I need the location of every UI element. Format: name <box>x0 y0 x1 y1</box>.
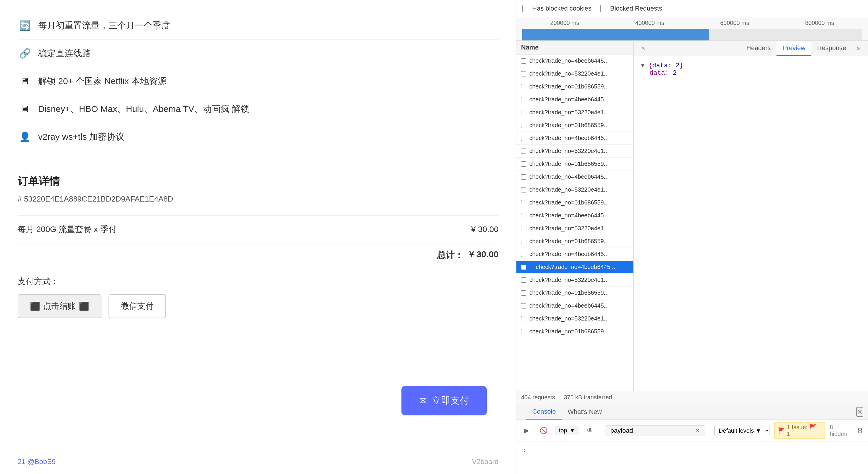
network-item-name: check?trade_no=4beeb6445... <box>529 135 609 141</box>
console-tabs: ⋮⋮ Console What's New ✕ <box>517 404 868 420</box>
network-item-name: check?trade_no=4beeb6445... <box>529 212 609 219</box>
network-item[interactable]: check?trade_no=01b686559... <box>517 80 633 93</box>
network-item-checkbox[interactable] <box>521 97 526 102</box>
run-button[interactable]: ▶ <box>521 425 532 436</box>
network-item-checkbox[interactable] <box>521 252 526 257</box>
console-input-area: ✕ <box>606 426 705 436</box>
context-selector[interactable]: top ▼ <box>555 426 579 435</box>
network-item[interactable]: check?trade_no=53220e4e1... <box>517 67 633 80</box>
console-prompt: › <box>517 441 868 459</box>
network-item-checkbox[interactable] <box>521 174 526 179</box>
payment-buttons: ⬛ 点击结账 ⬛ 微信支付 <box>18 294 498 318</box>
pay-icon: ✉ <box>419 395 427 406</box>
input-clear-button[interactable]: ✕ <box>695 427 700 435</box>
timeline-progress <box>522 29 709 40</box>
network-item[interactable]: check?trade_no=01b686559... <box>517 286 633 299</box>
log-level-select[interactable]: Default levels ▼ Verbose Info Warnings E… <box>714 425 770 436</box>
context-dropdown-icon: ▼ <box>569 427 575 434</box>
network-item-checkbox[interactable] <box>521 265 526 270</box>
network-item-name: check?trade_no=53220e4e1... <box>529 276 609 283</box>
network-item-checkbox[interactable] <box>521 329 526 334</box>
footer-left-text: 21 @BobS9 <box>18 458 56 466</box>
network-item-checkbox[interactable] <box>521 71 526 76</box>
tab-whats-new[interactable]: What's New <box>562 405 608 419</box>
console-close-button[interactable]: ✕ <box>856 407 863 416</box>
network-item-checkbox[interactable] <box>521 123 526 128</box>
network-item-name: check?trade_no=53220e4e1... <box>529 109 609 116</box>
tab-preview[interactable]: Preview <box>776 41 811 56</box>
network-item-checkbox[interactable] <box>521 161 526 167</box>
network-item-checkbox[interactable] <box>521 316 526 321</box>
network-item[interactable]: check?trade_no=4beeb6445... <box>517 55 633 67</box>
network-item-checkbox[interactable] <box>521 148 526 154</box>
blocked-cookies-label: Has blocked cookies <box>532 5 591 12</box>
tab-more[interactable]: » <box>852 41 865 56</box>
network-summary-bar: 404 requests 375 kB transferred <box>517 391 868 404</box>
feature-text-5: v2ray ws+tls 加密协议 <box>38 131 124 143</box>
network-item-checkbox[interactable] <box>521 58 526 64</box>
checkout-button[interactable]: ⬛ 点击结账 ⬛ <box>18 294 101 318</box>
network-item-checkbox[interactable] <box>521 226 526 231</box>
network-item[interactable]: check?trade_no=01b686559... <box>517 158 633 170</box>
network-item-name: check?trade_no=4beeb6445... <box>529 302 609 309</box>
eye-button[interactable]: 👁 <box>584 425 596 436</box>
network-item-checkbox[interactable] <box>521 239 526 244</box>
network-item-checkbox[interactable] <box>521 84 526 89</box>
network-item[interactable]: check?trade_no=4beeb6445... <box>517 93 633 106</box>
tab-console[interactable]: Console <box>526 404 562 419</box>
network-item[interactable]: check?trade_no=4beeb6445... <box>517 261 633 274</box>
network-item[interactable]: check?trade_no=4beeb6445... <box>517 132 633 145</box>
network-item[interactable]: check?trade_no=53220e4e1... <box>517 145 633 158</box>
network-item[interactable]: check?trade_no=53220e4e1... <box>517 106 633 119</box>
network-item[interactable]: check?trade_no=53220e4e1... <box>517 274 633 286</box>
issue-label: 1 Issue: 🚩 1 <box>787 424 822 437</box>
main-panel: 🔄 每月初重置流量，三个月一个季度 🔗 稳定直连线路 🖥 解锁 20+ 个国家 … <box>0 0 516 474</box>
network-item[interactable]: check?trade_no=01b686559... <box>517 235 633 248</box>
network-item-checkbox[interactable] <box>521 136 526 141</box>
network-item[interactable]: check?trade_no=4beeb6445... <box>517 209 633 222</box>
network-item[interactable]: check?trade_no=53220e4e1... <box>517 312 633 325</box>
hidden-count: 8 hidden <box>830 424 852 437</box>
tab-headers[interactable]: Headers <box>740 41 776 56</box>
blocked-requests-label: Blocked Requests <box>610 5 662 12</box>
devtools-filter-bar: Has blocked cookies Blocked Requests <box>517 0 868 17</box>
blocked-cookies-filter[interactable]: Has blocked cookies <box>522 5 591 12</box>
network-item-checkbox[interactable] <box>521 200 526 205</box>
tab-response[interactable]: Response <box>811 41 852 56</box>
blocked-requests-filter[interactable]: Blocked Requests <box>600 5 662 12</box>
close-panel-button[interactable]: × <box>637 41 650 56</box>
feature-item-2: 🔗 稳定直连线路 <box>18 39 498 67</box>
feature-item-1: 🔄 每月初重置流量，三个月一个季度 <box>18 12 498 39</box>
network-item-name: check?trade_no=4beeb6445... <box>529 96 609 103</box>
network-item-checkbox[interactable] <box>521 303 526 308</box>
blocked-requests-checkbox[interactable] <box>600 5 607 12</box>
network-item-checkbox[interactable] <box>521 187 526 193</box>
network-item[interactable]: check?trade_no=01b686559... <box>517 196 633 209</box>
wechat-pay-button[interactable]: 微信支付 <box>108 294 166 318</box>
network-item-checkbox[interactable] <box>521 110 526 115</box>
network-item-checkbox[interactable] <box>521 213 526 218</box>
footer-right-text: V2board <box>472 458 498 466</box>
network-item-checkbox[interactable] <box>521 290 526 296</box>
network-item[interactable]: check?trade_no=4beeb6445... <box>517 248 633 261</box>
network-item-name: check?trade_no=01b686559... <box>529 161 609 167</box>
feature-list: 🔄 每月初重置流量，三个月一个季度 🔗 稳定直连线路 🖥 解锁 20+ 个国家 … <box>18 12 498 151</box>
network-item[interactable]: check?trade_no=4beeb6445... <box>517 299 633 312</box>
network-item[interactable]: check?trade_no=53220e4e1... <box>517 222 633 235</box>
console-settings-button[interactable]: ⚙ <box>857 427 863 435</box>
timeline-labels: 200000 ms 400000 ms 600000 ms 800000 ms <box>517 17 868 29</box>
pay-label: 立即支付 <box>432 394 469 407</box>
network-item-checkbox[interactable] <box>521 277 526 283</box>
order-title: 订单详情 <box>18 174 498 189</box>
pay-now-button[interactable]: ✉ 立即支付 <box>401 386 487 415</box>
network-item-name: check?trade_no=01b686559... <box>529 290 609 296</box>
clear-button[interactable]: 🚫 <box>537 425 550 436</box>
blocked-cookies-checkbox[interactable] <box>522 5 529 12</box>
feature-item-3: 🖥 解锁 20+ 个国家 Netflix 本地资源 <box>18 67 498 95</box>
network-item[interactable]: check?trade_no=53220e4e1... <box>517 183 633 196</box>
console-filter-input[interactable] <box>611 427 691 435</box>
order-id: # 53220E4E1A889CE21BD2D9AFAE1E4A8D <box>18 195 498 204</box>
network-item[interactable]: check?trade_no=01b686559... <box>517 325 633 338</box>
network-item[interactable]: check?trade_no=01b686559... <box>517 119 633 132</box>
network-item[interactable]: check?trade_no=4beeb6445... <box>517 170 633 183</box>
